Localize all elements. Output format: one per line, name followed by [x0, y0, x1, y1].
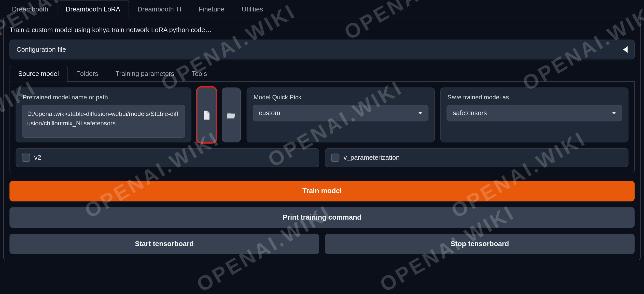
folder-open-icon	[227, 111, 236, 119]
start-tensorboard-button[interactable]: Start tensorboard	[9, 234, 319, 254]
save-trained-model-card: Save trained model as safetensors	[440, 87, 628, 142]
tab-source-model[interactable]: Source model	[9, 66, 67, 82]
main-panel: Train a custom model using kohya train n…	[3, 18, 641, 260]
pretrained-model-label: Pretrained model name or path	[22, 92, 185, 101]
configuration-file-accordion[interactable]: Configuration file	[9, 40, 635, 60]
model-quick-pick-value: custom	[259, 109, 280, 117]
configuration-file-label: Configuration file	[17, 46, 66, 53]
document-icon	[203, 110, 210, 119]
tab-dreambooth-ti[interactable]: Dreambooth TI	[129, 1, 190, 18]
chevron-down-icon	[418, 112, 422, 114]
tab-dreambooth-lora[interactable]: Dreambooth LoRA	[57, 1, 129, 18]
top-tabs: Dreambooth Dreambooth LoRA Dreambooth TI…	[0, 0, 644, 18]
print-training-command-button[interactable]: Print training command	[9, 207, 635, 228]
folder-picker-button[interactable]	[222, 87, 241, 142]
stop-tensorboard-button[interactable]: Stop tensorboard	[325, 234, 635, 254]
panel-description: Train a custom model using kohya train n…	[9, 24, 635, 40]
tab-tools[interactable]: Tools	[183, 66, 216, 82]
model-quick-pick-select[interactable]: custom	[253, 105, 428, 121]
save-trained-model-select[interactable]: safetensors	[446, 105, 622, 121]
inner-tabs: Source model Folders Training parameters…	[9, 65, 635, 82]
tab-utilities[interactable]: Utilities	[233, 1, 272, 18]
model-quick-pick-label: Model Quick Pick	[253, 92, 428, 101]
pretrained-model-card: Pretrained model name or path D:/openai.…	[16, 87, 191, 142]
tab-training-parameters[interactable]: Training parameters	[107, 66, 183, 82]
v-parameterization-checkbox-row[interactable]: v_parameterization	[325, 148, 628, 167]
save-trained-model-label: Save trained model as	[446, 92, 622, 101]
tab-dreambooth[interactable]: Dreambooth	[3, 1, 57, 18]
file-picker-button[interactable]	[197, 87, 216, 142]
source-model-panel: Pretrained model name or path D:/openai.…	[9, 82, 635, 173]
collapse-left-icon	[623, 46, 628, 53]
v-parameterization-checkbox[interactable]	[331, 154, 339, 162]
model-quick-pick-card: Model Quick Pick custom	[247, 87, 435, 142]
tab-finetune[interactable]: Finetune	[190, 1, 233, 18]
v2-label: v2	[34, 154, 41, 161]
train-model-button[interactable]: Train model	[9, 181, 635, 202]
save-trained-model-value: safetensors	[453, 109, 487, 117]
pretrained-model-input[interactable]: D:/openai.wiki/stable-diffusion-webui/mo…	[22, 105, 185, 138]
v2-checkbox-row[interactable]: v2	[16, 148, 319, 167]
tab-folders[interactable]: Folders	[67, 66, 107, 82]
chevron-down-icon	[612, 112, 616, 114]
v-parameterization-label: v_parameterization	[343, 154, 399, 161]
v2-checkbox[interactable]	[22, 154, 30, 162]
